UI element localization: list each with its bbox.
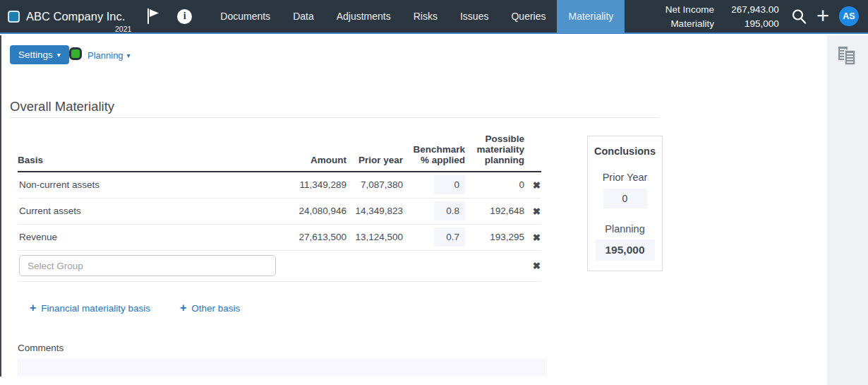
amount-cell: 24,080,946 xyxy=(272,198,346,224)
phase-dropdown[interactable]: Planning ▾ xyxy=(88,50,131,61)
col-header-possible: Possible materiality planning xyxy=(465,134,524,172)
basis-cell: Revenue xyxy=(18,224,272,250)
materiality-label: Materiality xyxy=(665,18,714,29)
basis-cell: Current assets xyxy=(18,198,272,224)
nav-item-documents[interactable]: Documents xyxy=(209,0,282,33)
header-metrics: Net Income 267,943.00 Materiality 195,00… xyxy=(665,4,779,29)
remove-row-icon[interactable]: ✖ xyxy=(524,224,541,250)
title-divider xyxy=(10,117,660,118)
nav-item-risks[interactable]: Risks xyxy=(402,0,449,33)
comments-input[interactable] xyxy=(18,358,547,377)
info-icon[interactable]: i xyxy=(177,9,192,24)
plus-icon: + xyxy=(180,302,186,314)
page-title: Overall Materiality xyxy=(10,99,114,114)
conclusions-panel: Conclusions Prior Year 0 Planning 195,00… xyxy=(587,136,663,271)
amount-cell: 27,613,500 xyxy=(272,224,346,250)
materiality-value: 195,000 xyxy=(720,18,779,29)
select-group-row: ✖ xyxy=(18,250,541,281)
add-icon[interactable]: + xyxy=(816,7,829,25)
table-row: Current assets 24,080,946 14,349,823 0.8… xyxy=(18,198,541,224)
settings-button[interactable]: Settings ▾ xyxy=(10,45,69,64)
col-header-basis: Basis xyxy=(18,134,272,172)
possible-materiality-cell: 0 xyxy=(465,172,524,198)
remove-row-icon[interactable]: ✖ xyxy=(524,172,541,198)
nav-item-materiality-active[interactable]: Materiality xyxy=(557,0,625,33)
table-row: Non-current assets 11,349,289 7,087,380 … xyxy=(18,172,541,198)
possible-materiality-cell: 193,295 xyxy=(465,224,524,250)
prior-year-value: 0 xyxy=(603,189,647,208)
col-header-prior: Prior year xyxy=(346,134,403,172)
net-income-value: 267,943.00 xyxy=(720,4,779,15)
plus-icon: + xyxy=(30,302,36,314)
add-other-basis-link[interactable]: + Other basis xyxy=(180,302,240,314)
remove-row-icon[interactable]: ✖ xyxy=(524,198,541,224)
conclusions-title: Conclusions xyxy=(588,146,662,157)
net-income-label: Net Income xyxy=(665,4,714,15)
planning-label: Planning xyxy=(588,223,662,235)
nav-item-data[interactable]: Data xyxy=(282,0,325,33)
prior-year-cell: 14,349,823 xyxy=(346,198,403,224)
basis-cell: Non-current assets xyxy=(18,172,272,198)
add-basis-links: + Financial materiality basis + Other ba… xyxy=(30,302,240,314)
window-left-edge xyxy=(0,35,1,377)
prior-year-label: Prior Year xyxy=(588,172,662,183)
nav-item-queries[interactable]: Queries xyxy=(500,0,557,33)
company-logo-icon xyxy=(8,11,20,23)
col-header-amount: Amount xyxy=(272,134,346,172)
benchmark-input[interactable]: 0.7 xyxy=(434,227,465,247)
prior-year-cell: 13,124,500 xyxy=(346,224,403,250)
chevron-down-icon: ▾ xyxy=(57,52,61,59)
col-header-benchmark: Benchmark % applied xyxy=(403,134,465,172)
nav-item-issues[interactable]: Issues xyxy=(449,0,500,33)
col-header-actions xyxy=(524,134,541,172)
right-sidebar xyxy=(827,35,868,385)
benchmark-input[interactable]: 0.8 xyxy=(434,201,465,220)
company-name: ABC Company Inc. xyxy=(26,10,125,23)
documents-panel-icon[interactable] xyxy=(837,46,858,385)
user-avatar[interactable]: AS xyxy=(839,6,859,26)
comments-label: Comments xyxy=(18,343,64,353)
amount-cell: 11,349,289 xyxy=(272,172,346,198)
flag-icon[interactable] xyxy=(146,7,160,25)
nav-item-adjustments[interactable]: Adjustments xyxy=(325,0,402,33)
header-right-cluster: Net Income 267,943.00 Materiality 195,00… xyxy=(665,4,868,29)
select-group-input[interactable] xyxy=(19,255,276,276)
search-icon[interactable] xyxy=(790,8,807,25)
top-header-bar: ABC Company Inc. 2021 i Documents Data A… xyxy=(0,0,868,34)
phase-status-icon[interactable] xyxy=(69,47,82,60)
prior-year-cell: 7,087,380 xyxy=(346,172,403,198)
table-header-row: Basis Amount Prior year Benchmark % appl… xyxy=(18,134,541,172)
engagement-year: 2021 xyxy=(115,25,131,33)
materiality-table: Basis Amount Prior year Benchmark % appl… xyxy=(18,134,541,282)
benchmark-input[interactable]: 0 xyxy=(434,175,465,194)
planning-value: 195,000 xyxy=(596,239,655,261)
possible-materiality-cell: 192,648 xyxy=(465,198,524,224)
add-financial-basis-link[interactable]: + Financial materiality basis xyxy=(30,302,150,314)
table-row: Revenue 27,613,500 13,124,500 0.7 193,29… xyxy=(18,224,541,250)
chevron-down-icon: ▾ xyxy=(127,52,131,59)
main-nav: Documents Data Adjustments Risks Issues … xyxy=(209,0,625,33)
remove-row-icon[interactable]: ✖ xyxy=(524,250,541,281)
